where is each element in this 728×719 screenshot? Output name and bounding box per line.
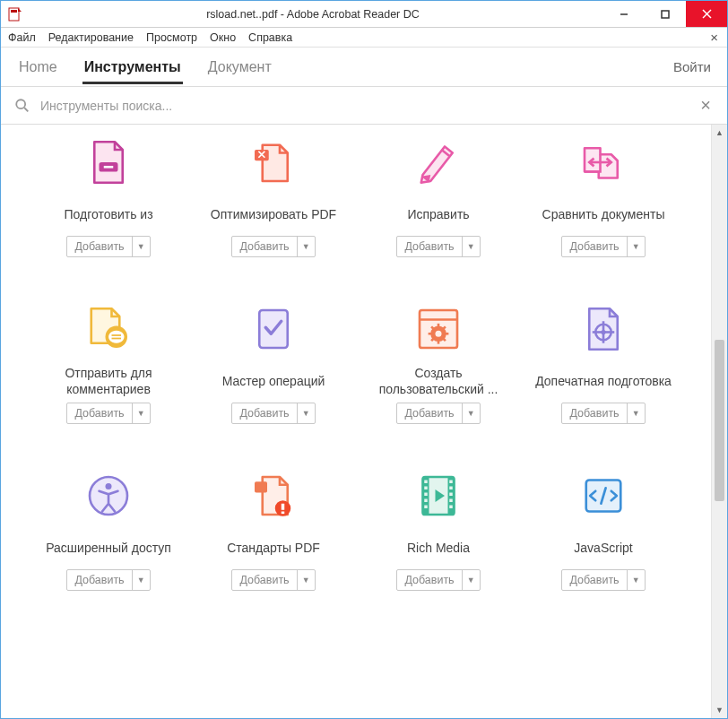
add-button[interactable]: Добавить▼ <box>231 569 315 591</box>
action-wizard-icon <box>245 300 302 358</box>
tool-label: Стандарты PDF <box>227 532 320 564</box>
add-button[interactable]: Добавить▼ <box>396 236 480 257</box>
svg-rect-36 <box>282 512 285 515</box>
svg-line-24 <box>443 339 446 342</box>
chevron-down-icon: ▼ <box>297 570 315 590</box>
menu-window[interactable]: Окно <box>210 31 236 44</box>
chevron-down-icon: ▼ <box>627 570 645 590</box>
svg-rect-48 <box>449 499 453 503</box>
chevron-down-icon: ▼ <box>462 237 480 256</box>
svg-point-32 <box>106 483 112 489</box>
tool-send-comments[interactable]: Отправить для комментариев Добавить▼ <box>26 300 191 424</box>
send-comments-icon <box>80 300 137 358</box>
svg-rect-33 <box>255 481 267 492</box>
tool-rich-media[interactable]: Rich Media Добавить▼ <box>356 467 521 591</box>
document-close-icon[interactable]: × <box>710 30 718 45</box>
close-button[interactable] <box>686 1 727 27</box>
add-button[interactable]: Добавить▼ <box>231 403 315 424</box>
tools-grid: Подготовить из Добавить▼ Оптимизировать … <box>1 134 711 591</box>
searchbar: × <box>1 87 727 125</box>
menu-help[interactable]: Справка <box>248 31 292 44</box>
content-body: Подготовить из Добавить▼ Оптимизировать … <box>1 125 727 718</box>
menu-view[interactable]: Просмотр <box>146 31 197 44</box>
add-button[interactable]: Добавить▼ <box>561 236 645 257</box>
tool-label: Подготовить из <box>64 198 152 230</box>
optimize-pdf-icon <box>245 134 302 191</box>
svg-rect-1 <box>11 10 17 13</box>
javascript-icon <box>575 467 632 524</box>
add-button[interactable]: Добавить▼ <box>561 403 645 424</box>
rich-media-icon <box>410 467 467 524</box>
tool-label: Допечатная подготовка <box>535 365 672 397</box>
maximize-button[interactable] <box>645 1 686 27</box>
chevron-down-icon: ▼ <box>462 570 480 590</box>
app-icon <box>8 7 22 22</box>
add-button[interactable]: Добавить▼ <box>66 569 150 591</box>
tool-prepare-form[interactable]: Подготовить из Добавить▼ <box>26 134 191 257</box>
scroll-thumb[interactable] <box>715 340 724 501</box>
svg-line-25 <box>431 339 434 342</box>
tool-accessibility[interactable]: Расширенный доступ Добавить▼ <box>26 467 191 591</box>
search-input[interactable] <box>31 99 697 113</box>
minimize-button[interactable] <box>603 1 645 27</box>
tool-label: Мастер операций <box>222 365 325 397</box>
svg-rect-44 <box>424 506 428 509</box>
menubar: Файл Редактирование Просмотр Окно Справк… <box>1 28 727 48</box>
svg-rect-40 <box>424 481 428 484</box>
tool-label: Отправить для комментариев <box>37 365 180 397</box>
svg-rect-41 <box>424 487 428 490</box>
add-button[interactable]: Добавить▼ <box>66 403 150 424</box>
prepare-form-icon <box>80 134 137 191</box>
clear-search-icon[interactable]: × <box>697 95 715 116</box>
svg-rect-3 <box>662 11 669 18</box>
menu-file[interactable]: Файл <box>8 31 36 44</box>
add-button[interactable]: Добавить▼ <box>66 236 150 257</box>
svg-rect-46 <box>449 487 453 490</box>
svg-rect-45 <box>449 481 453 484</box>
tool-create-custom[interactable]: Создать пользовательский ... Добавить▼ <box>356 300 521 424</box>
svg-point-6 <box>16 100 25 108</box>
add-button[interactable]: Добавить▼ <box>396 403 480 424</box>
svg-rect-49 <box>449 506 453 509</box>
tool-action-wizard[interactable]: Мастер операций Добавить▼ <box>191 300 356 424</box>
titlebar: rsload.net..pdf - Adobe Acrobat Reader D… <box>1 1 727 28</box>
chevron-down-icon: ▼ <box>132 403 150 423</box>
tool-label: Rich Media <box>407 532 470 564</box>
tool-label: Оптимизировать PDF <box>211 198 336 230</box>
chevron-down-icon: ▼ <box>132 237 150 256</box>
menu-edit[interactable]: Редактирование <box>48 31 134 44</box>
chevron-down-icon: ▼ <box>462 403 480 423</box>
svg-point-18 <box>436 331 442 337</box>
svg-rect-35 <box>282 504 285 510</box>
tool-optimize-pdf[interactable]: Оптимизировать PDF Добавить▼ <box>191 134 356 257</box>
window-title: rsload.net..pdf - Adobe Acrobat Reader D… <box>22 8 603 21</box>
tools-scroll: Подготовить из Добавить▼ Оптимизировать … <box>1 125 711 718</box>
chevron-down-icon: ▼ <box>627 403 645 423</box>
tool-redact[interactable]: Исправить Добавить▼ <box>356 134 521 257</box>
svg-line-7 <box>24 108 28 111</box>
tool-compare[interactable]: Сравнить документы Добавить▼ <box>521 134 686 257</box>
app-window: rsload.net..pdf - Adobe Acrobat Reader D… <box>0 0 728 719</box>
add-button[interactable]: Добавить▼ <box>561 569 645 591</box>
chevron-down-icon: ▼ <box>297 403 315 423</box>
login-link[interactable]: Войти <box>673 59 711 74</box>
tool-pdf-standards[interactable]: Стандарты PDF Добавить▼ <box>191 467 356 591</box>
add-button[interactable]: Добавить▼ <box>231 236 315 257</box>
scroll-up-icon[interactable]: ▲ <box>712 125 727 141</box>
svg-line-26 <box>443 326 446 329</box>
tool-label: Создать пользовательский ... <box>367 365 510 397</box>
pdf-standards-icon <box>245 467 302 524</box>
search-icon <box>13 97 31 115</box>
tab-home[interactable]: Home <box>17 50 59 84</box>
tool-label: Исправить <box>407 198 469 230</box>
tab-tools[interactable]: Инструменты <box>82 50 183 84</box>
chevron-down-icon: ▼ <box>132 570 150 590</box>
scroll-down-icon[interactable]: ▼ <box>712 702 727 718</box>
add-button[interactable]: Добавить▼ <box>396 569 480 591</box>
tool-preflight[interactable]: Допечатная подготовка Добавить▼ <box>521 300 686 424</box>
tool-javascript[interactable]: JavaScript Добавить▼ <box>521 467 686 591</box>
tab-document[interactable]: Документ <box>206 50 273 84</box>
preflight-icon <box>575 300 632 358</box>
vertical-scrollbar[interactable]: ▲ ▼ <box>711 125 727 718</box>
chevron-down-icon: ▼ <box>627 237 645 256</box>
